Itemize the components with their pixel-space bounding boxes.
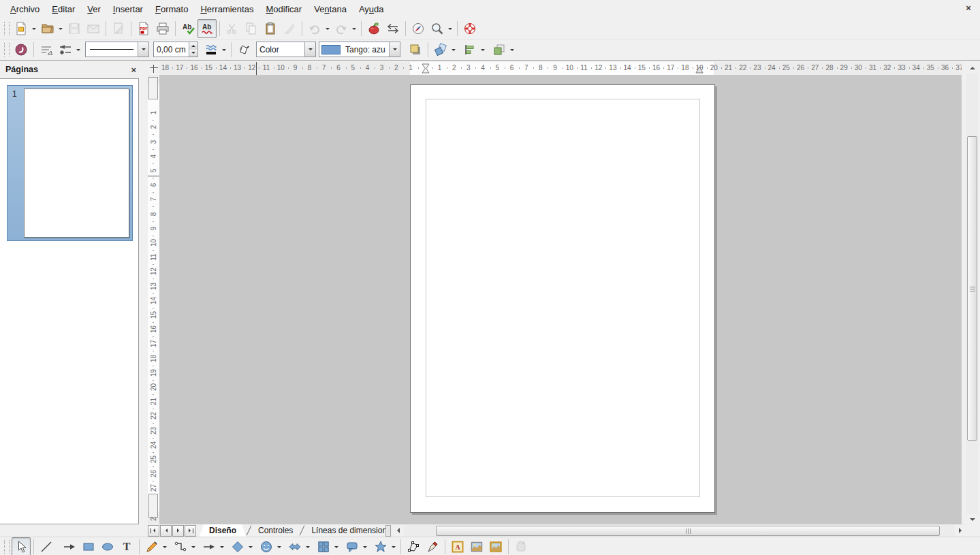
- clone-formatting-button[interactable]: [280, 19, 299, 38]
- line-color-dropdown-arrow[interactable]: [221, 42, 227, 58]
- curve-tool-button[interactable]: [142, 537, 161, 555]
- menu-ventana[interactable]: Ventana: [308, 1, 353, 17]
- menu-archivo[interactable]: Archivo: [4, 1, 46, 17]
- toolbar-grip-handle[interactable]: [4, 43, 10, 57]
- zoom-pan-button[interactable]: [383, 19, 402, 38]
- fill-type-dropdown-arrow[interactable]: [304, 42, 315, 57]
- area-style-button[interactable]: [234, 40, 253, 59]
- stars-tool-button[interactable]: [371, 537, 390, 555]
- rectangle-tool-button[interactable]: [79, 537, 98, 555]
- next-layer-button[interactable]: [172, 525, 184, 537]
- page-thumbnail-selected[interactable]: 1: [7, 85, 133, 241]
- help-button[interactable]: [460, 19, 479, 38]
- text-tool-button[interactable]: T: [117, 537, 136, 555]
- save-button[interactable]: [65, 19, 84, 38]
- print-button[interactable]: [153, 19, 172, 38]
- document-as-email-button[interactable]: [84, 19, 103, 38]
- new-drawing-button[interactable]: [12, 19, 31, 38]
- zoom-button[interactable]: [428, 19, 447, 38]
- zoom-dropdown-arrow[interactable]: [447, 20, 453, 37]
- last-layer-button[interactable]: [185, 525, 196, 537]
- ruler-origin-corner[interactable]: [148, 62, 159, 76]
- scroll-up-button[interactable]: [966, 62, 978, 74]
- right-margin-marker[interactable]: [695, 67, 704, 74]
- callouts-dropdown-arrow[interactable]: [362, 539, 368, 555]
- flowchart-tool-button[interactable]: [314, 537, 333, 555]
- block-arrows-tool-button[interactable]: [285, 537, 304, 555]
- vertical-ruler[interactable]: 1234567891011121314151617181920212223242…: [148, 75, 160, 524]
- left-margin-marker[interactable]: [422, 63, 430, 74]
- bottom-margin-marker[interactable]: [148, 494, 158, 518]
- rotate-dropdown-arrow[interactable]: [450, 42, 456, 58]
- spelling-button[interactable]: Ab: [178, 19, 197, 38]
- scroll-right-button[interactable]: [955, 525, 966, 537]
- horizontal-scrollbar[interactable]: [385, 524, 966, 537]
- alignment-dropdown-arrow[interactable]: [479, 42, 486, 58]
- scroll-down-button[interactable]: [966, 514, 978, 526]
- first-layer-button[interactable]: [148, 525, 159, 537]
- insert-image-button[interactable]: [467, 537, 486, 555]
- gallery-panel-button[interactable]: [486, 537, 505, 555]
- menu-ayuda[interactable]: Ayuda: [353, 1, 390, 17]
- tab-controles[interactable]: Controles: [252, 524, 299, 537]
- line-tool-button[interactable]: [37, 537, 56, 555]
- menu-herramientas[interactable]: Herramientas: [194, 1, 259, 17]
- pages-list[interactable]: 1: [0, 78, 139, 524]
- open-button[interactable]: [38, 19, 57, 38]
- page[interactable]: [410, 84, 715, 513]
- edit-file-button[interactable]: [109, 19, 128, 38]
- connector-tool-button[interactable]: [171, 537, 190, 555]
- menu-modificar[interactable]: Modificar: [259, 1, 308, 17]
- vertical-scrollbar[interactable]: [966, 62, 978, 526]
- rotate-button[interactable]: [431, 40, 450, 59]
- previous-layer-button[interactable]: [160, 525, 172, 537]
- arrowheads-button[interactable]: [56, 40, 75, 59]
- drawing-canvas[interactable]: [159, 75, 962, 524]
- fill-color-dropdown-arrow[interactable]: [389, 42, 400, 57]
- open-dropdown-arrow[interactable]: [57, 20, 63, 37]
- basic-shapes-dropdown-arrow[interactable]: [247, 539, 253, 555]
- fontwork-button[interactable]: A: [448, 537, 467, 555]
- curve-dropdown-arrow[interactable]: [161, 539, 168, 555]
- undo-dropdown-arrow[interactable]: [324, 20, 330, 37]
- lines-arrows-tool-button[interactable]: [200, 537, 219, 555]
- arrow-tool-button[interactable]: [60, 537, 79, 555]
- close-document-button[interactable]: ×: [963, 3, 974, 14]
- line-style-dropdown-arrow[interactable]: [138, 42, 148, 57]
- menu-formato[interactable]: Formato: [149, 1, 194, 17]
- redo-button[interactable]: [332, 19, 351, 38]
- arrange-button[interactable]: [490, 40, 509, 59]
- new-dropdown-arrow[interactable]: [31, 20, 37, 37]
- redo-dropdown-arrow[interactable]: [351, 20, 357, 37]
- fill-color-select[interactable]: Tango: azu: [319, 42, 400, 57]
- export-as-pdf-button[interactable]: PDF: [134, 19, 153, 38]
- alignment-button[interactable]: [460, 40, 479, 59]
- gallery-button[interactable]: [364, 19, 383, 38]
- horizontal-scrollbar-thumb[interactable]: [436, 526, 940, 536]
- navigator-button[interactable]: [409, 19, 428, 38]
- menu-editar[interactable]: Editar: [46, 1, 81, 17]
- copy-button[interactable]: [242, 19, 261, 38]
- auto-spellcheck-button[interactable]: Ab: [197, 19, 217, 38]
- horizontal-ruler[interactable]: 1817161514131211109876543211234567891011…: [159, 62, 962, 76]
- fill-type-select[interactable]: Color: [256, 42, 316, 57]
- vertical-scrollbar-thumb[interactable]: [967, 136, 977, 441]
- cut-button[interactable]: [223, 19, 242, 38]
- lines-arrows-dropdown-arrow[interactable]: [219, 539, 225, 555]
- symbol-shapes-dropdown-arrow[interactable]: [276, 539, 282, 555]
- connector-dropdown-arrow[interactable]: [190, 539, 196, 555]
- tab-diseno[interactable]: Diseño: [200, 524, 246, 537]
- tab-scrollbar-splitter[interactable]: [385, 525, 391, 537]
- arrowheads-dropdown-arrow[interactable]: [75, 42, 81, 58]
- pages-panel-close-button[interactable]: ×: [131, 65, 136, 75]
- top-margin-marker[interactable]: [148, 77, 158, 99]
- edit-points-button[interactable]: [12, 40, 31, 59]
- shadow-button[interactable]: [406, 40, 425, 59]
- arrange-dropdown-arrow[interactable]: [509, 42, 515, 58]
- line-dialog-button[interactable]: [37, 40, 56, 59]
- toolbar-grip-handle[interactable]: [4, 22, 10, 35]
- edit-points-tool-button[interactable]: [404, 537, 423, 555]
- line-width-decrease-button[interactable]: [189, 50, 197, 57]
- stars-dropdown-arrow[interactable]: [390, 539, 396, 555]
- line-width-spinner[interactable]: 0,00 cm: [153, 42, 198, 57]
